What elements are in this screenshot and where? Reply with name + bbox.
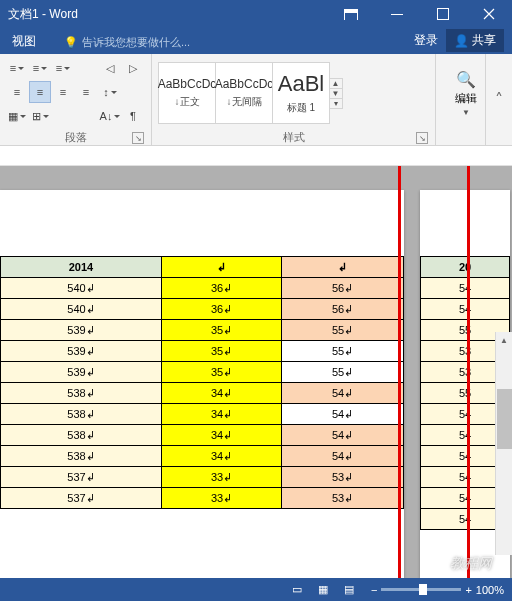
decrease-indent-button[interactable]: ◁ <box>99 57 121 79</box>
page-1: 2014 ↲ ↲ 540↲36↲56↲540↲36↲56↲539↲35↲55↲5… <box>0 190 404 578</box>
document-area[interactable]: 2014 ↲ ↲ 540↲36↲56↲540↲36↲56↲539↲35↲55↲5… <box>0 166 512 578</box>
shading-button[interactable]: ▦ <box>6 105 28 127</box>
app-suffix: - Word <box>39 7 78 21</box>
read-mode-button[interactable]: ▭ <box>285 581 309 599</box>
table-row: 539↲35↲55↲ <box>1 320 404 341</box>
tab-view[interactable]: 视图 <box>0 29 48 54</box>
main-table[interactable]: 2014 ↲ ↲ 540↲36↲56↲540↲36↲56↲539↲35↲55↲5… <box>0 256 404 509</box>
styles-group-label: 样式 <box>283 130 305 145</box>
vertical-scrollbar[interactable]: ▲ <box>495 332 512 555</box>
sort-button[interactable]: A↓ <box>99 105 121 127</box>
login-link[interactable]: 登录 <box>408 30 444 51</box>
table-row: 538↲34↲54↲ <box>1 404 404 425</box>
scroll-up-button[interactable]: ▲ <box>496 332 512 349</box>
show-marks-button[interactable]: ¶ <box>122 105 144 127</box>
ruler[interactable] <box>0 146 512 166</box>
table-row: 540↲36↲56↲ <box>1 299 404 320</box>
table-row: 537↲33↲53↲ <box>1 488 404 509</box>
multilevel-button[interactable]: ≡ <box>52 57 74 79</box>
table-row: 538↲34↲54↲ <box>1 425 404 446</box>
styles-dialog-launcher[interactable]: ↘ <box>416 132 428 144</box>
find-icon: 🔍 <box>456 70 476 89</box>
scroll-thumb[interactable] <box>497 389 512 449</box>
zoom-in-button[interactable]: + <box>465 584 471 596</box>
lightbulb-icon: 💡 <box>64 36 78 49</box>
table-row: 540↲36↲56↲ <box>1 278 404 299</box>
table-row: 539↲35↲55↲ <box>1 341 404 362</box>
doc-name: 文档1 <box>8 7 39 21</box>
paragraph-dialog-launcher[interactable]: ↘ <box>132 132 144 144</box>
align-center-button[interactable]: ≡ <box>29 81 51 103</box>
gallery-down[interactable]: ▼ <box>329 89 342 99</box>
table-row: 538↲34↲54↲ <box>1 383 404 404</box>
bullets-button[interactable]: ≡ <box>6 57 28 79</box>
print-layout-button[interactable]: ▦ <box>311 581 335 599</box>
numbering-button[interactable]: ≡ <box>29 57 51 79</box>
gallery-more[interactable]: ▾ <box>329 99 342 108</box>
style-heading1[interactable]: AaBl 标题 1 <box>272 62 330 124</box>
align-justify-button[interactable]: ≡ <box>75 81 97 103</box>
minimize-button[interactable] <box>374 0 420 28</box>
close-button[interactable] <box>466 0 512 28</box>
table-row: 537↲33↲53↲ <box>1 467 404 488</box>
tell-me-search[interactable]: 💡 告诉我您想要做什么... <box>56 31 198 54</box>
style-normal[interactable]: AaBbCcDc ↓正文 <box>158 62 216 124</box>
share-icon: 👤 <box>454 34 469 48</box>
borders-button[interactable]: ⊞ <box>29 105 51 127</box>
table-row: 54 <box>421 299 510 320</box>
paragraph-group-label: 段落 <box>65 130 87 145</box>
side-header: 20 <box>421 257 510 278</box>
align-left-button[interactable]: ≡ <box>6 81 28 103</box>
zoom-out-button[interactable]: − <box>371 584 377 596</box>
gallery-up[interactable]: ▲ <box>329 79 342 89</box>
table-row: 539↲35↲55↲ <box>1 362 404 383</box>
edit-label: 编辑 <box>455 91 477 106</box>
tell-me-placeholder: 告诉我您想要做什么... <box>82 35 190 50</box>
zoom-level[interactable]: 100% <box>476 584 504 596</box>
align-right-button[interactable]: ≡ <box>52 81 74 103</box>
zoom-slider[interactable] <box>381 588 461 591</box>
line-spacing-button[interactable]: ↕ <box>99 81 121 103</box>
web-layout-button[interactable]: ▤ <box>337 581 361 599</box>
share-label: 共享 <box>472 32 496 49</box>
edit-dropdown[interactable]: 🔍 编辑 ▼ <box>442 57 490 129</box>
table-row: 538↲34↲54↲ <box>1 446 404 467</box>
table-row: 54 <box>421 278 510 299</box>
ribbon-options-button[interactable] <box>328 0 374 28</box>
chevron-down-icon: ▼ <box>462 108 470 117</box>
share-button[interactable]: 👤 共享 <box>446 29 504 52</box>
collapse-ribbon-button[interactable]: ˄ <box>486 54 512 145</box>
table-header: 2014 <box>1 257 162 278</box>
style-no-spacing[interactable]: AaBbCcDc ↓无间隔 <box>215 62 273 124</box>
maximize-button[interactable] <box>420 0 466 28</box>
increase-indent-button[interactable]: ▷ <box>122 57 144 79</box>
